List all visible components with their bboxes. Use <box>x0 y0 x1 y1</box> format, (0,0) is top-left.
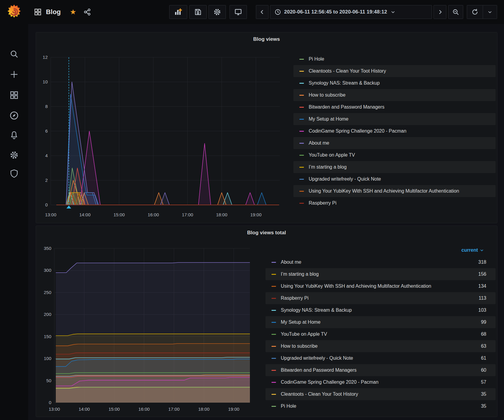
legend-item[interactable]: Bitwarden and Password Managers <box>293 101 496 113</box>
legend-series-name: About me <box>309 140 329 146</box>
svg-text:17:00: 17:00 <box>168 406 180 412</box>
legend-item[interactable]: Pi Hole <box>293 53 496 65</box>
legend-item[interactable]: Raspberry Pi113 <box>266 292 496 304</box>
dashboard-title[interactable]: Blog <box>46 8 61 16</box>
time-range-back-button[interactable] <box>256 5 268 19</box>
legend-color-dash-icon <box>272 394 276 395</box>
time-range-forward-button[interactable] <box>434 5 446 19</box>
dashboard-settings-button[interactable] <box>208 5 226 19</box>
legend-item[interactable]: Bitwarden and Password Managers60 <box>266 364 496 376</box>
svg-text:6: 6 <box>45 128 48 134</box>
legend-item[interactable]: Pi Hole35 <box>266 400 496 412</box>
legend-series-current-value: 318 <box>478 260 486 265</box>
svg-text:350: 350 <box>44 246 51 251</box>
legend-series-current-value: 134 <box>478 284 486 289</box>
legend-color-dash-icon <box>272 322 276 323</box>
share-icon[interactable] <box>83 8 91 16</box>
legend-item[interactable]: Raspberry Pi <box>293 197 496 209</box>
legend-color-dash-icon <box>272 310 276 311</box>
refresh-interval-dropdown[interactable] <box>483 5 497 19</box>
dashboard-area: Blog views 02468101213:0014:0015:0016:00… <box>28 24 504 420</box>
legend-series-current-value: 113 <box>478 296 486 301</box>
svg-text:19:00: 19:00 <box>228 406 239 412</box>
blog-views-total-legend: About me318I’m starting a blog156Using Y… <box>266 256 496 412</box>
blog-views-legend: Pi HoleCleantoots - Clean Your Toot Hist… <box>293 53 496 209</box>
legend-item[interactable]: I’m starting a blog156 <box>266 268 496 280</box>
legend-series-current-value: 99 <box>481 320 486 325</box>
legend-item[interactable]: Synology NAS: Stream & Backup103 <box>266 304 496 316</box>
svg-text:13:00: 13:00 <box>45 212 56 217</box>
legend-series-name: Upgraded writefreely - Quick Note <box>309 176 381 182</box>
svg-text:2: 2 <box>45 178 48 183</box>
svg-text:200: 200 <box>44 312 51 317</box>
legend-item[interactable]: How to subscribe <box>293 89 496 101</box>
svg-text:18:00: 18:00 <box>198 406 210 412</box>
svg-text:19:00: 19:00 <box>250 212 262 217</box>
legend-series-current-value: 35 <box>481 392 486 397</box>
legend-item[interactable]: Cleantoots - Clean Your Toot History35 <box>266 388 496 400</box>
blog-views-total-chart[interactable]: 05010015020025030035013:0014:0015:0016:0… <box>36 226 264 416</box>
favorite-star-icon[interactable]: ★ <box>70 8 76 16</box>
svg-text:250: 250 <box>44 290 51 295</box>
blog-views-chart[interactable]: 02468101213:0014:0015:0016:0017:0018:001… <box>36 32 294 222</box>
save-dashboard-button[interactable] <box>189 5 207 19</box>
legend-item[interactable]: Upgraded writefreely - Quick Note61 <box>266 352 496 364</box>
server-admin-shield-icon[interactable] <box>0 165 28 182</box>
refresh-button[interactable] <box>467 5 483 19</box>
explore-compass-icon[interactable] <box>0 107 28 124</box>
zoom-out-button[interactable] <box>448 5 463 19</box>
legend-color-dash-icon <box>299 59 304 60</box>
cycle-view-mode-button[interactable] <box>230 5 247 19</box>
legend-series-name: Synology NAS: Stream & Backup <box>309 80 380 86</box>
legend-item[interactable]: About me318 <box>266 256 496 268</box>
svg-text:50: 50 <box>46 378 51 383</box>
legend-color-dash-icon <box>299 191 304 192</box>
configuration-gear-icon[interactable] <box>0 147 28 164</box>
legend-item[interactable]: Synology NAS: Stream & Backup <box>293 77 496 89</box>
legend-item[interactable]: Using Your YubiKey With SSH and Achievin… <box>266 280 496 292</box>
legend-item[interactable]: Using Your YubiKey With SSH and Achievin… <box>293 185 496 197</box>
legend-item[interactable]: My Setup at Home99 <box>266 316 496 328</box>
legend-color-dash-icon <box>299 143 304 144</box>
legend-series-name: Pi Hole <box>309 56 324 62</box>
svg-text:16:00: 16:00 <box>138 406 150 412</box>
svg-text:150: 150 <box>44 334 51 339</box>
grafana-app: Blog ★ 2020-06-11 12:56:45 to 2020-06-11… <box>0 0 504 420</box>
search-icon[interactable] <box>0 46 28 62</box>
dashboards-grid-icon[interactable] <box>0 87 28 104</box>
legend-series-name: Raspberry Pi <box>281 296 308 301</box>
legend-color-dash-icon <box>299 71 304 72</box>
legend-color-dash-icon <box>272 406 276 407</box>
grafana-logo-icon[interactable] <box>6 4 22 20</box>
legend-series-name: Cleantoots - Clean Your Toot History <box>309 68 386 74</box>
legend-item[interactable]: About me <box>293 137 496 149</box>
legend-item[interactable]: YouTube on Apple TV <box>293 149 496 161</box>
legend-item[interactable]: My Setup at Home <box>293 113 496 125</box>
svg-text:18:00: 18:00 <box>216 212 227 217</box>
legend-item[interactable]: How to subscribe63 <box>266 340 496 352</box>
dashboard-title-grid-icon <box>34 8 42 16</box>
svg-text:13:00: 13:00 <box>49 406 60 412</box>
legend-item[interactable]: I’m starting a blog <box>293 161 496 173</box>
legend-item[interactable]: CodinGame Spring Challenge 2020 - Pacman <box>293 125 496 137</box>
legend-item[interactable]: CodinGame Spring Challenge 2020 - Pacman… <box>266 376 496 388</box>
time-range-picker[interactable]: 2020-06-11 12:56:45 to 2020-06-11 19:48:… <box>270 5 432 19</box>
legend-series-name: Synology NAS: Stream & Backup <box>281 308 352 313</box>
sidebar <box>0 0 28 420</box>
legend-sort-current[interactable]: current <box>461 248 484 253</box>
legend-series-current-value: 61 <box>481 356 486 361</box>
alerting-bell-icon[interactable] <box>0 127 28 143</box>
legend-color-dash-icon <box>272 298 276 299</box>
legend-series-current-value: 60 <box>481 368 486 373</box>
legend-item[interactable]: YouTube on Apple TV68 <box>266 328 496 340</box>
legend-series-name: YouTube on Apple TV <box>309 152 355 158</box>
create-plus-icon[interactable] <box>0 66 28 83</box>
legend-color-dash-icon <box>299 167 304 168</box>
add-panel-button[interactable] <box>169 5 187 19</box>
legend-item[interactable]: Upgraded writefreely - Quick Note <box>293 173 496 185</box>
svg-text:0: 0 <box>49 400 51 405</box>
svg-text:15:00: 15:00 <box>113 212 125 217</box>
legend-item[interactable]: Cleantoots - Clean Your Toot History <box>293 65 496 77</box>
svg-text:300: 300 <box>44 268 51 273</box>
time-range-text: 2020-06-11 12:56:45 to 2020-06-11 19:48:… <box>284 9 387 15</box>
